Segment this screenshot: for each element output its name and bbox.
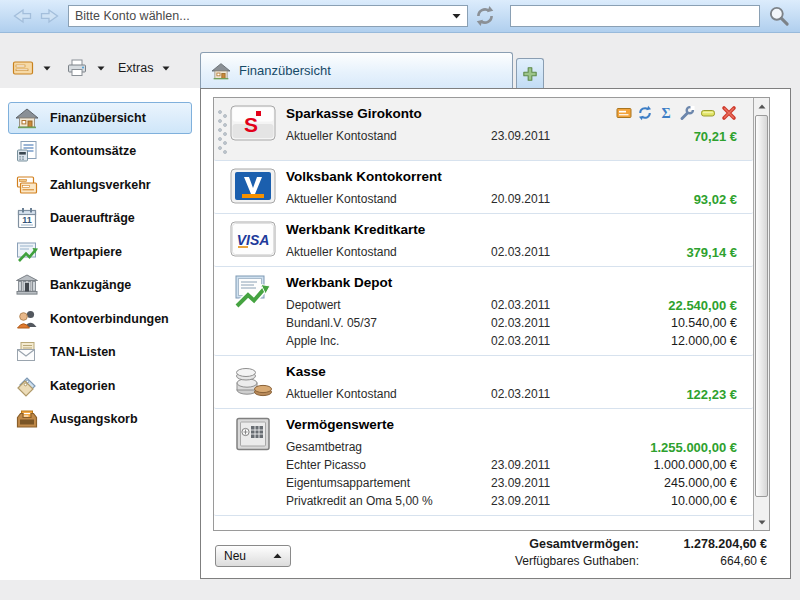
detail-label: Aktueller Kontostand (286, 192, 491, 206)
sidebar-item-ausgangskorb[interactable]: Ausgangskorb (8, 403, 192, 435)
sidebar-item-label: Ausgangskorb (50, 412, 138, 426)
detail-amount: 10.540,00 € (671, 316, 737, 330)
sync-icon[interactable] (637, 105, 653, 121)
sidebar-item-label: Wertpapiere (50, 245, 122, 259)
payments-menu-icon[interactable] (12, 59, 34, 77)
account-name: Werkbank Depot (286, 275, 737, 290)
home-icon (14, 106, 40, 130)
available-balance-label: Verfügbares Guthaben: (447, 554, 639, 568)
scroll-thumb[interactable] (755, 115, 768, 497)
tab-finanzuebersicht[interactable]: Finanzübersicht (200, 52, 513, 88)
sidebar-item-bankzug-nge[interactable]: Bankzugänge (8, 269, 192, 301)
account-name: Sparkasse Girokonto (286, 106, 616, 121)
account-group[interactable]: Vermögenswerte Gesamtbetrag1.255.000,00 … (214, 409, 753, 516)
sidebar-item-finanz-bersicht[interactable]: Finanzübersicht (8, 102, 192, 134)
detail-amount: 379,14 € (686, 245, 737, 260)
chevron-down-icon[interactable] (97, 66, 105, 71)
categories-icon (14, 374, 40, 398)
detail-amount: 70,21 € (694, 129, 737, 144)
totals-summary: Gesamtvermögen: 1.278.204,60 € Verfügbar… (447, 535, 767, 569)
svg-text:VISA: VISA (237, 232, 270, 248)
sidebar-nav: Finanzübersicht Kontoumsätze Zahlungsver… (0, 102, 200, 436)
detail-label: Aktueller Kontostand (286, 387, 491, 401)
svg-text:S: S (244, 113, 258, 136)
refresh-icon[interactable] (474, 5, 496, 27)
drag-handle-icon[interactable] (214, 103, 230, 155)
detail-date: 23.09.2011 (491, 494, 671, 508)
search-field[interactable] (510, 5, 760, 27)
tab-bar: Finanzübersicht (200, 52, 544, 88)
card-icon[interactable] (616, 105, 632, 121)
sidebar-item-tan-listen[interactable]: TAN-Listen (8, 336, 192, 368)
account-detail-row: Eigentumsappartement23.09.2011245.000,00… (286, 474, 737, 492)
home-icon (211, 62, 231, 80)
account-detail-row: Echter Picasso23.09.20111.000.000,00 € (286, 456, 737, 474)
detail-label: Eigentumsappartement (286, 476, 491, 490)
depot-logo (230, 274, 286, 310)
detail-amount: 10.000,00 € (671, 494, 737, 508)
history-navigation (10, 6, 62, 26)
detail-amount: 1.255.000,00 € (650, 440, 737, 455)
chevron-up-icon (273, 553, 282, 559)
scroll-up-button[interactable] (754, 98, 769, 114)
search-icon[interactable] (768, 5, 790, 27)
total-assets-label: Gesamtvermögen: (447, 537, 639, 551)
total-assets-row: Gesamtvermögen: 1.278.204,60 € (447, 535, 767, 552)
detail-date: 02.03.2011 (491, 245, 686, 259)
new-button-label: Neu (224, 549, 267, 563)
extras-menu[interactable]: Extras (118, 61, 153, 75)
account-name: Volksbank Kontokorrent (286, 169, 737, 184)
detail-amount: 93,02 € (694, 192, 737, 207)
forward-icon[interactable] (38, 6, 62, 26)
sidebar-item-label: TAN-Listen (50, 345, 116, 359)
detail-date: 23.09.2011 (491, 458, 654, 472)
sidebar-item-kontoverbindungen[interactable]: Kontoverbindungen (8, 303, 192, 335)
delete-icon[interactable] (721, 105, 737, 121)
detail-amount: 1.000.000,00 € (654, 458, 737, 472)
account-detail-row: Privatkredit an Oma 5,00 %23.09.201110.0… (286, 492, 737, 510)
detail-date: 23.09.2011 (491, 129, 694, 143)
available-balance-value: 664,60 € (639, 554, 767, 568)
account-select-value: Bitte Konto wählen... (75, 9, 450, 23)
safe-logo (230, 416, 286, 452)
sidebar-item-zahlungsverkehr[interactable]: Zahlungsverkehr (8, 169, 192, 201)
detail-date: 02.03.2011 (491, 334, 671, 348)
svg-text:Σ: Σ (661, 106, 670, 121)
sidebar-item-label: Kategorien (50, 379, 115, 393)
new-tab-button[interactable] (516, 58, 544, 88)
sidebar-item-wertpapiere[interactable]: Wertpapiere (8, 236, 192, 268)
detail-label: Aktueller Kontostand (286, 129, 491, 143)
chevron-down-icon[interactable] (43, 66, 51, 71)
sub-header: Extras Finanzübersicht (0, 33, 800, 88)
detail-date: 02.03.2011 (491, 298, 668, 312)
sidebar-item-dauerauftr-ge[interactable]: 11 Daueraufträge (8, 202, 192, 234)
account-group[interactable]: VISA Werkbank Kreditkarte Aktueller Kont… (214, 214, 753, 267)
account-select[interactable]: Bitte Konto wählen... (68, 5, 468, 27)
scrollbar[interactable] (753, 98, 769, 530)
sidebar-item-label: Bankzugänge (50, 278, 131, 292)
new-button[interactable]: Neu (215, 545, 291, 567)
total-assets-value: 1.278.204,60 € (639, 537, 767, 551)
sidebar-item-kategorien[interactable]: Kategorien (8, 370, 192, 402)
sum-icon[interactable]: Σ (658, 105, 674, 121)
scroll-down-button[interactable] (754, 514, 769, 530)
detail-date: 02.03.2011 (491, 387, 686, 401)
chevron-down-icon[interactable] (162, 66, 170, 71)
print-icon[interactable] (66, 58, 88, 78)
account-group[interactable]: Kasse Aktueller Kontostand02.03.2011122,… (214, 356, 753, 409)
tools-icon[interactable] (679, 105, 695, 121)
top-toolbar: Bitte Konto wählen... (0, 0, 800, 33)
sidebar-item-label: Kontoverbindungen (50, 312, 169, 326)
search-input[interactable] (511, 6, 759, 26)
account-group[interactable]: S Sparkasse Girokonto Σ Aktueller Kontos… (214, 98, 753, 161)
payments-icon (14, 173, 40, 197)
contacts-icon (14, 307, 40, 331)
plus-icon (522, 66, 538, 82)
back-icon[interactable] (10, 6, 34, 26)
detail-amount: 122,23 € (686, 387, 737, 402)
account-detail-row: Apple Inc.02.03.201112.000,00 € (286, 332, 737, 350)
minus-icon[interactable] (700, 105, 716, 121)
account-group[interactable]: Volksbank Kontokorrent Aktueller Kontost… (214, 161, 753, 214)
sidebar-item-kontoums-tze[interactable]: Kontoumsätze (8, 135, 192, 167)
account-group[interactable]: Werkbank Depot Depotwert02.03.201122.540… (214, 267, 753, 356)
